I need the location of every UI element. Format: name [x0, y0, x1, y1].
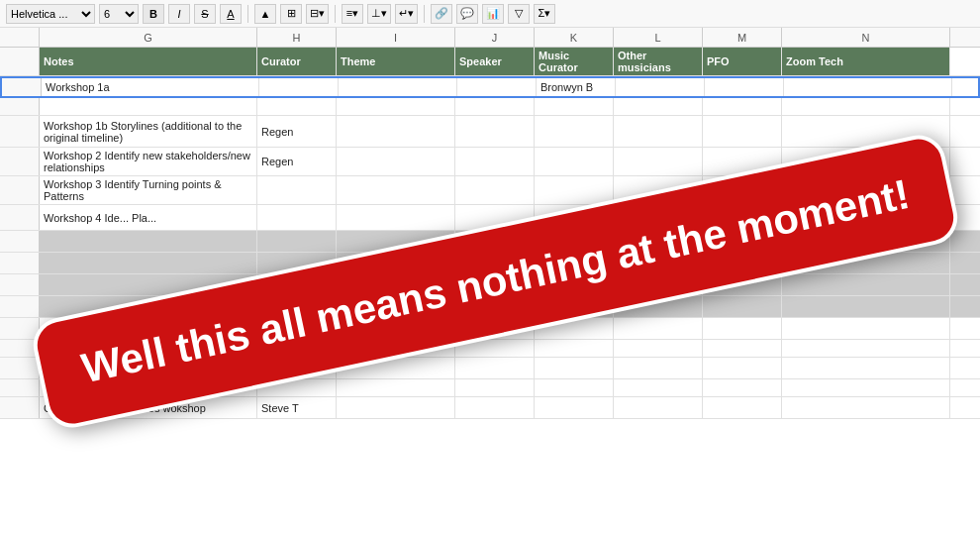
table-row[interactable]: Workshop 3 Identify Turning points & Pat… — [0, 176, 980, 205]
cell-music-curator[interactable] — [535, 253, 614, 273]
cell-music-curator[interactable] — [535, 148, 614, 175]
cell-zoom-tech[interactable] — [782, 231, 950, 252]
col-header-k[interactable]: K — [535, 28, 614, 47]
cell-notes[interactable] — [40, 274, 257, 295]
cell-other-musicians[interactable] — [614, 231, 703, 252]
cell-music-curator[interactable] — [535, 397, 614, 418]
cell-curator[interactable]: Regen — [257, 116, 337, 147]
cell-music-curator[interactable] — [535, 318, 614, 339]
header-zoom-tech[interactable]: Zoom Tech — [782, 48, 950, 75]
table-row[interactable] — [0, 340, 980, 358]
cell-notes[interactable]: Workshop 1a — [42, 78, 259, 96]
cell-music-curator[interactable] — [535, 116, 614, 147]
table-row[interactable]: Workshop 4 Ide... Pla... — [0, 205, 980, 231]
cell-notes[interactable] — [40, 253, 257, 273]
cell-zoom-tech[interactable] — [782, 397, 950, 418]
cell-curator[interactable] — [257, 274, 337, 295]
cell-theme[interactable] — [337, 379, 455, 396]
cell-curator[interactable]: Steve T — [257, 397, 337, 418]
cell-notes[interactable] — [40, 379, 257, 396]
cell-other-musicians[interactable] — [614, 274, 703, 295]
cell-notes[interactable] — [40, 340, 257, 357]
cell-other-musicians[interactable] — [614, 253, 703, 273]
table-row[interactable] — [0, 98, 980, 116]
cell-theme[interactable] — [337, 397, 455, 418]
col-header-i[interactable]: I — [337, 28, 455, 47]
cell-other-musicians[interactable] — [614, 296, 703, 317]
header-other-musicians[interactable]: Other musicians — [614, 48, 703, 75]
cell-theme[interactable] — [337, 98, 455, 115]
cell-pfo[interactable] — [703, 205, 782, 230]
filter-button[interactable]: ▽ — [508, 4, 530, 24]
cell-music-curator[interactable] — [535, 176, 614, 204]
cell-speaker[interactable] — [455, 176, 535, 204]
header-theme[interactable]: Theme — [337, 48, 455, 75]
cell-pfo[interactable] — [705, 78, 784, 96]
cell-music-curator[interactable] — [535, 274, 614, 295]
header-speaker[interactable]: Speaker — [455, 48, 535, 75]
cell-zoom-tech[interactable] — [784, 78, 952, 96]
table-row[interactable]: Contemplative practices wokshop Steve T — [0, 397, 980, 419]
cell-zoom-tech[interactable] — [782, 205, 950, 230]
cell-curator[interactable] — [257, 253, 337, 273]
cell-theme[interactable] — [337, 318, 455, 339]
cell-theme[interactable] — [337, 231, 455, 252]
cell-theme[interactable] — [337, 340, 455, 357]
cell-other-musicians[interactable] — [614, 397, 703, 418]
cell-speaker[interactable] — [455, 148, 535, 175]
cell-curator[interactable]: Kit — [257, 358, 337, 378]
cell-zoom-tech[interactable] — [782, 98, 950, 115]
col-header-j[interactable]: J — [455, 28, 535, 47]
cell-theme[interactable] — [337, 296, 455, 317]
cell-music-curator[interactable] — [535, 358, 614, 378]
cell-pfo[interactable] — [703, 318, 782, 339]
cell-music-curator[interactable]: Bronwyn B — [537, 78, 616, 96]
cell-theme[interactable] — [339, 78, 457, 96]
cell-notes[interactable] — [40, 98, 257, 115]
cell-other-musicians[interactable] — [614, 358, 703, 378]
header-notes[interactable]: Notes — [40, 48, 257, 75]
col-header-m[interactable]: M — [703, 28, 782, 47]
cell-other-musicians[interactable] — [614, 340, 703, 357]
cell-other-musicians[interactable] — [614, 176, 703, 204]
cell-curator[interactable] — [257, 98, 337, 115]
cell-notes[interactable]: Workshop 3 Identify Turning points & Pat… — [40, 176, 257, 204]
col-header-h[interactable]: H — [257, 28, 337, 47]
cell-theme[interactable] — [337, 176, 455, 204]
cell-curator[interactable]: Regen — [257, 148, 337, 175]
cell-notes[interactable] — [40, 231, 257, 252]
cell-other-musicians[interactable] — [614, 318, 703, 339]
cell-theme[interactable] — [337, 116, 455, 147]
cell-zoom-tech[interactable] — [782, 148, 950, 175]
cell-pfo[interactable] — [703, 358, 782, 378]
cell-music-curator[interactable] — [535, 98, 614, 115]
cell-other-musicians[interactable] — [614, 148, 703, 175]
bold-button[interactable]: B — [143, 4, 164, 24]
cell-other-musicians[interactable] — [614, 205, 703, 230]
cell-speaker[interactable] — [455, 397, 535, 418]
cell-curator[interactable] — [257, 379, 337, 396]
cell-music-curator[interactable] — [535, 231, 614, 252]
table-row[interactable]: Communion/interactive Kit — [0, 358, 980, 379]
cell-other-musicians[interactable] — [614, 379, 703, 396]
cell-music-curator[interactable] — [535, 379, 614, 396]
cell-pfo[interactable] — [703, 397, 782, 418]
table-row[interactable]: Workshop 2 Identify new stakeholders/new… — [0, 148, 980, 176]
cell-notes[interactable]: Teenagers — [40, 318, 257, 339]
cell-zoom-tech[interactable] — [782, 340, 950, 357]
cell-other-musicians[interactable] — [614, 116, 703, 147]
cell-curator[interactable] — [259, 78, 339, 96]
sigma-button[interactable]: Σ▾ — [534, 4, 555, 24]
header-music-curator[interactable]: Music Curator — [535, 48, 614, 75]
cell-theme[interactable] — [337, 274, 455, 295]
cell-theme[interactable] — [337, 358, 455, 378]
wrap-button[interactable]: ↵▾ — [395, 4, 418, 24]
cell-speaker[interactable] — [455, 205, 535, 230]
cell-curator[interactable] — [257, 205, 337, 230]
size-select[interactable]: 6 — [99, 4, 139, 24]
cell-curator[interactable] — [257, 340, 337, 357]
valign-button[interactable]: ⊥▾ — [367, 4, 391, 24]
table-row[interactable] — [0, 379, 980, 397]
cell-theme[interactable] — [337, 148, 455, 175]
table-row[interactable]: stu — [0, 296, 980, 318]
